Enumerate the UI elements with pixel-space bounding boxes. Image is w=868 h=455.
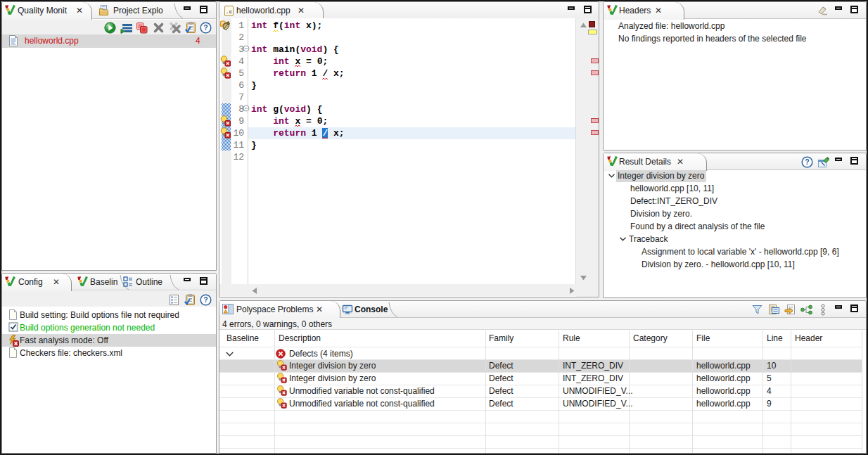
svg-text:.c: .c <box>226 8 233 15</box>
svg-text:?: ? <box>805 158 809 166</box>
svg-text:?: ? <box>203 295 208 304</box>
svg-text:?: ? <box>203 23 208 32</box>
